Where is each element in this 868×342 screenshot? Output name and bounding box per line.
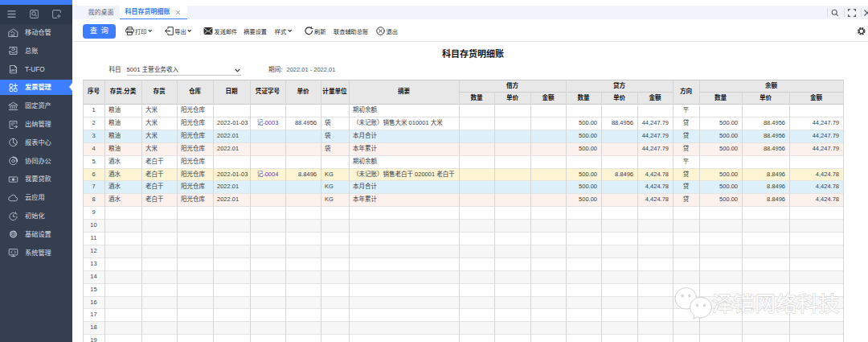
- svg-text:UFO: UFO: [10, 70, 16, 73]
- svg-text:泽铠网络科技: 泽铠网络科技: [712, 287, 840, 317]
